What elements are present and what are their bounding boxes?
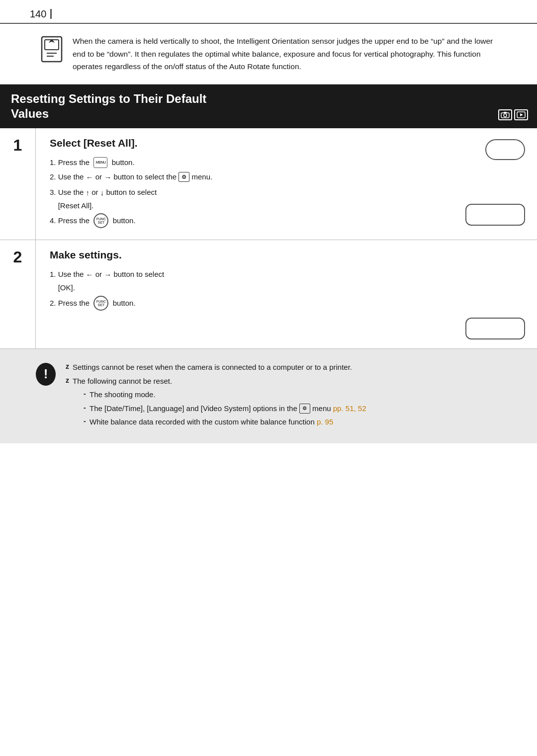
- section-heading: Resetting Settings to Their Default Valu…: [0, 84, 537, 128]
- warning-sub-item-1: The shooting mode.: [84, 388, 366, 401]
- steps-container: 1 Select [Reset All]. 1. Press the MENU …: [0, 128, 537, 349]
- step-1-number: 1: [13, 137, 22, 153]
- step-1-visuals: [455, 137, 525, 226]
- svg-text:!: !: [44, 366, 48, 381]
- link-p95[interactable]: p. 95: [317, 418, 333, 426]
- section-title-line2: Values: [11, 106, 206, 121]
- menu-button-icon: MENU: [93, 157, 107, 168]
- step-1-row: 1 Select [Reset All]. 1. Press the MENU …: [0, 128, 537, 241]
- section-title-line1: Resetting Settings to Their Default: [11, 91, 206, 106]
- step-1-oval-diagram: [485, 139, 525, 160]
- step-1-number-col: 1: [0, 128, 36, 240]
- func-set-button-icon: FUNCSET: [93, 213, 108, 228]
- warning-list: Settings cannot be reset when the camera…: [66, 361, 366, 428]
- left-arrow-icon-2: ←: [86, 271, 93, 279]
- settings-menu-icon: ⚙: [179, 172, 189, 182]
- warning-item-1: Settings cannot be reset when the camera…: [66, 361, 366, 374]
- step-1-rect-diagram: [465, 204, 525, 226]
- step-2-number: 2: [13, 249, 22, 265]
- warning-block: ! Settings cannot be reset when the came…: [0, 349, 537, 443]
- step-1-title: Select [Reset All].: [50, 137, 447, 149]
- warning-text: Settings cannot be reset when the camera…: [66, 361, 366, 429]
- up-arrow-icon: ↑: [86, 188, 90, 197]
- settings-menu-icon-2: ⚙: [299, 404, 310, 414]
- page-number: 140: [30, 9, 52, 19]
- svg-rect-7: [504, 112, 507, 113]
- step-2-visuals: [455, 249, 525, 339]
- step-1-instr-2: 2. Use the ← or → button to select the ⚙…: [50, 170, 447, 184]
- step-2-content: Make settings. 1. Use the ← or → button …: [36, 240, 537, 348]
- section-title: Resetting Settings to Their Default Valu…: [11, 91, 206, 121]
- warning-sub-item-2: The [Date/Time], [Language] and [Video S…: [84, 402, 366, 415]
- page-container: 140 When the camera is held vertically t…: [0, 0, 537, 756]
- step-2-instructions: 1. Use the ← or → button to select [OK].…: [50, 268, 447, 311]
- note-block: When the camera is held vertically to sh…: [0, 24, 537, 84]
- svg-marker-9: [520, 113, 523, 116]
- step-1-instr-4: 4. Press the FUNCSET button.: [50, 214, 447, 229]
- func-set-button-icon-2: FUNCSET: [93, 296, 108, 311]
- step-2-rect-diagram: [465, 318, 525, 339]
- page-number-area: 140: [0, 0, 537, 24]
- warning-sub-list: The shooting mode. The [Date/Time], [Lan…: [73, 388, 366, 428]
- playback-mode-icon: [514, 109, 528, 120]
- orientation-sensor-icon: [40, 36, 64, 63]
- note-text: When the camera is held vertically to sh…: [73, 35, 497, 73]
- step-1-text-area: Select [Reset All]. 1. Press the MENU bu…: [50, 137, 447, 231]
- step-2-number-col: 2: [0, 240, 36, 348]
- camera-mode-icon: [498, 109, 512, 120]
- right-arrow-icon-2: →: [104, 271, 111, 279]
- step-1-instr-3: 3. Use the ↑ or ↓ button to select [Rese…: [50, 186, 447, 212]
- section-mode-icons: [498, 109, 528, 120]
- step-2-row: 2 Make settings. 1. Use the ← or → butto…: [0, 240, 537, 349]
- step-1-instructions: 1. Press the MENU button. 2. Use the ← o…: [50, 156, 447, 229]
- step-1-content: Select [Reset All]. 1. Press the MENU bu…: [36, 128, 537, 240]
- down-arrow-icon: ↓: [100, 188, 104, 197]
- step-2-text-area: Make settings. 1. Use the ← or → button …: [50, 249, 447, 313]
- step-2-title: Make settings.: [50, 249, 447, 261]
- warning-icon: !: [35, 362, 57, 387]
- step-1-instr-1: 1. Press the MENU button.: [50, 156, 447, 169]
- warning-item-2: The following cannot be reset. The shoot…: [66, 375, 366, 428]
- right-arrow-icon: →: [104, 173, 111, 181]
- svg-point-6: [504, 114, 507, 117]
- step-2-instr-1: 1. Use the ← or → button to select [OK].: [50, 268, 447, 294]
- left-arrow-icon: ←: [86, 173, 93, 181]
- warning-sub-item-3: White balance data recorded with the cus…: [84, 416, 366, 428]
- step-2-instr-2: 2. Press the FUNCSET button.: [50, 296, 447, 311]
- link-pp51-52[interactable]: pp. 51, 52: [333, 404, 366, 413]
